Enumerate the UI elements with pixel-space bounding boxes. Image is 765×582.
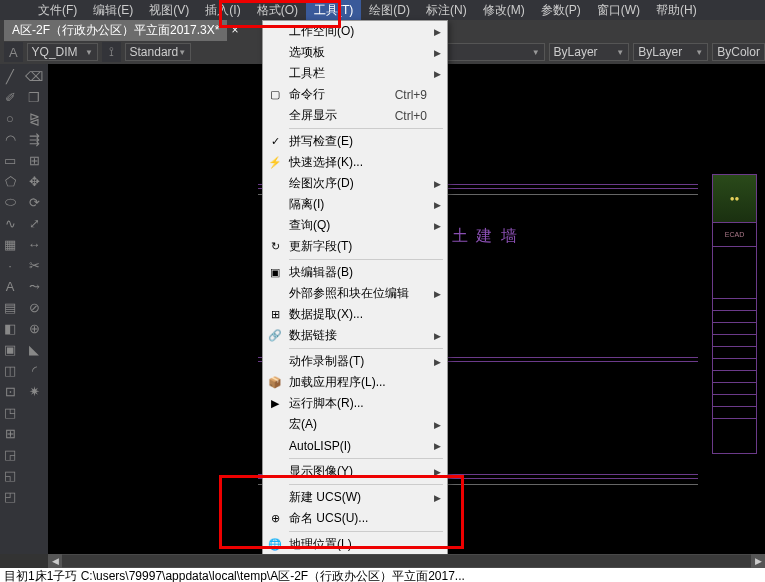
submenu-arrow-icon: ▶: [434, 179, 441, 189]
menu-item[interactable]: 🔗数据链接▶: [263, 325, 447, 346]
linetype-combo[interactable]: ByLayer▼: [633, 43, 708, 61]
ucs-icon: ⊕: [267, 511, 283, 527]
menu-item[interactable]: 工具栏▶: [263, 63, 447, 84]
menu-help[interactable]: 帮助(H): [648, 0, 705, 21]
close-tab-icon[interactable]: ×: [231, 23, 238, 37]
rect-icon[interactable]: ▭: [0, 150, 20, 170]
menu-item[interactable]: ✓拼写检查(E): [263, 131, 447, 152]
menu-view[interactable]: 视图(V): [141, 0, 197, 21]
line-icon[interactable]: ╱: [0, 66, 20, 86]
command-line[interactable]: 目初1床1子巧 C:\users\79997\appdata\local\tem…: [0, 568, 765, 582]
chamfer-icon[interactable]: ◣: [24, 339, 44, 359]
menu-window[interactable]: 窗口(W): [589, 0, 648, 21]
scroll-right-icon[interactable]: ▶: [751, 554, 765, 568]
menu-draw[interactable]: 绘图(D): [361, 0, 418, 21]
offset-icon[interactable]: ⇶: [24, 129, 44, 149]
menu-item-label: 全屏显示: [289, 107, 337, 124]
polygon-icon[interactable]: ⬠: [0, 171, 20, 191]
menu-item[interactable]: ⊞数据提取(X)...: [263, 304, 447, 325]
block-icon[interactable]: ▣: [0, 339, 20, 359]
mirror-icon[interactable]: ⧎: [24, 108, 44, 128]
stretch-icon[interactable]: ↔: [24, 234, 44, 254]
rotate-icon[interactable]: ⟳: [24, 192, 44, 212]
fillet-icon[interactable]: ◜: [24, 360, 44, 380]
menu-item[interactable]: ▢命令行Ctrl+9: [263, 84, 447, 105]
menu-item-label: 新建 UCS(W): [289, 489, 361, 506]
menubar: 文件(F) 编辑(E) 视图(V) 插入(I) 格式(O) 工具(T) 绘图(D…: [0, 0, 765, 20]
break-icon[interactable]: ⊘: [24, 297, 44, 317]
menu-item[interactable]: 显示图像(Y)▶: [263, 461, 447, 482]
table-icon[interactable]: ▤: [0, 297, 20, 317]
menu-item[interactable]: 隔离(I)▶: [263, 194, 447, 215]
generic-icon[interactable]: ◳: [0, 402, 20, 422]
menu-edit[interactable]: 编辑(E): [85, 0, 141, 21]
menu-tools[interactable]: 工具(T): [306, 0, 361, 21]
submenu-arrow-icon: ▶: [434, 27, 441, 37]
menu-item[interactable]: 🌐地理位置(L)...: [263, 534, 447, 555]
generic-icon[interactable]: ⊞: [0, 423, 20, 443]
menu-item-label: 块编辑器(B): [289, 264, 353, 281]
logo-icon: ●●: [713, 175, 756, 223]
explode-icon[interactable]: ✷: [24, 381, 44, 401]
dl-icon: 🔗: [267, 328, 283, 344]
menu-item[interactable]: AutoLISP(I)▶: [263, 435, 447, 456]
cmd-icon: ▢: [267, 87, 283, 103]
blk-icon: ▣: [267, 265, 283, 281]
join-icon[interactable]: ⊕: [24, 318, 44, 338]
scale-icon[interactable]: ⤢: [24, 213, 44, 233]
style2-combo[interactable]: Standard▼: [125, 43, 192, 61]
generic-icon[interactable]: ◰: [0, 486, 20, 506]
menu-item[interactable]: ↻更新字段(T): [263, 236, 447, 257]
spline-icon[interactable]: ∿: [0, 213, 20, 233]
arc-icon[interactable]: ◠: [0, 129, 20, 149]
circle-icon[interactable]: ○: [0, 108, 20, 128]
menu-item[interactable]: 选项板▶: [263, 42, 447, 63]
color-combo[interactable]: ByLayer▼: [549, 43, 630, 61]
submenu-arrow-icon: ▶: [434, 420, 441, 430]
horizontal-scrollbar[interactable]: ◀ ▶: [48, 554, 765, 568]
text-icon[interactable]: A: [0, 276, 20, 296]
trim-icon[interactable]: ✂: [24, 255, 44, 275]
move-icon[interactable]: ✥: [24, 171, 44, 191]
dimstyle-combo[interactable]: YQ_DIM▼: [27, 43, 98, 61]
menu-item[interactable]: 查询(Q)▶: [263, 215, 447, 236]
menu-item[interactable]: ⚡快速选择(K)...: [263, 152, 447, 173]
pline-icon[interactable]: ✐: [0, 87, 20, 107]
menu-format[interactable]: 格式(O): [249, 0, 306, 21]
ellipse-icon[interactable]: ⬭: [0, 192, 20, 212]
menu-item[interactable]: 绘图次序(D)▶: [263, 173, 447, 194]
menu-item[interactable]: 工作空间(O)▶: [263, 21, 447, 42]
scroll-left-icon[interactable]: ◀: [48, 554, 62, 568]
menu-item[interactable]: ▶运行脚本(R)...: [263, 393, 447, 414]
generic-icon[interactable]: ⊡: [0, 381, 20, 401]
menu-item[interactable]: 新建 UCS(W)▶: [263, 487, 447, 508]
menu-item-label: 外部参照和块在位编辑: [289, 285, 409, 302]
shortcut-label: Ctrl+0: [395, 109, 427, 123]
menu-param[interactable]: 参数(P): [533, 0, 589, 21]
array-icon[interactable]: ⊞: [24, 150, 44, 170]
menu-item-label: 命令行: [289, 86, 325, 103]
generic-icon[interactable]: ◱: [0, 465, 20, 485]
hatch-icon[interactable]: ▦: [0, 234, 20, 254]
menu-item[interactable]: 📦加载应用程序(L)...: [263, 372, 447, 393]
menu-item[interactable]: 动作录制器(T)▶: [263, 351, 447, 372]
menu-item[interactable]: 外部参照和块在位编辑▶: [263, 283, 447, 304]
menu-dim[interactable]: 标注(N): [418, 0, 475, 21]
menu-item[interactable]: ⊕命名 UCS(U)...: [263, 508, 447, 529]
bycolor-combo[interactable]: ByColor: [712, 43, 765, 61]
insert-icon[interactable]: ◫: [0, 360, 20, 380]
menu-file[interactable]: 文件(F): [30, 0, 85, 21]
erase-icon[interactable]: ⌫: [24, 66, 44, 86]
point-icon[interactable]: ·: [0, 255, 20, 275]
menu-item[interactable]: 全屏显示Ctrl+0: [263, 105, 447, 126]
menu-item-label: 命名 UCS(U)...: [289, 510, 368, 527]
menu-item[interactable]: ▣块编辑器(B): [263, 262, 447, 283]
menu-item[interactable]: 宏(A)▶: [263, 414, 447, 435]
extend-icon[interactable]: ⤳: [24, 276, 44, 296]
generic-icon[interactable]: ◲: [0, 444, 20, 464]
menu-insert[interactable]: 插入(I): [197, 0, 248, 21]
menu-modify[interactable]: 修改(M): [475, 0, 533, 21]
copy-icon[interactable]: ❐: [24, 87, 44, 107]
document-tab[interactable]: A区-2F（行政办公区）平立面2017.3X*: [4, 20, 227, 41]
region-icon[interactable]: ◧: [0, 318, 20, 338]
